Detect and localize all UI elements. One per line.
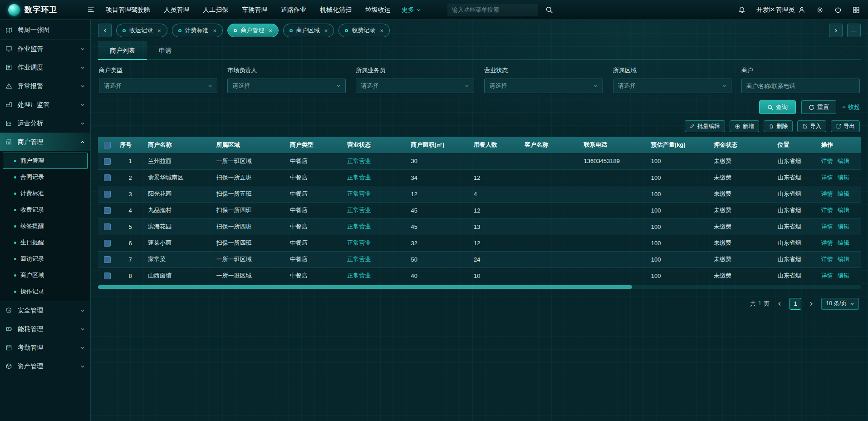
row-checkbox[interactable] — [104, 174, 111, 181]
close-icon[interactable]: × — [157, 27, 161, 34]
sidebar-subitem[interactable]: 续签提醒 — [3, 218, 88, 234]
filter-select[interactable]: 请选择 — [613, 79, 731, 93]
topnav-item[interactable]: 人工扫保 — [203, 6, 228, 14]
sidebar-subitem[interactable]: 合同记录 — [3, 169, 88, 185]
horizontal-scrollbar[interactable] — [98, 285, 861, 289]
tabs-scroll-right-button[interactable] — [829, 24, 843, 37]
filter-select[interactable]: 请选择 — [484, 79, 603, 93]
topnav-item[interactable]: 车辆管理 — [242, 6, 267, 14]
collapse-filters-link[interactable]: 收起 — [842, 103, 860, 111]
sidebar-subitem[interactable]: 回访记录 — [3, 251, 88, 267]
sidebar-item[interactable]: 作业监管 — [0, 40, 90, 58]
open-tab[interactable]: 商户管理× — [227, 24, 279, 37]
power-icon[interactable] — [834, 6, 842, 14]
detail-link[interactable]: 详情 — [821, 223, 833, 230]
action-import-button[interactable]: 导入 — [797, 120, 826, 132]
sidebar-subitem[interactable]: 商户区域 — [3, 267, 88, 283]
open-tab[interactable]: 计费标准× — [172, 24, 223, 37]
edit-link[interactable]: 编辑 — [838, 239, 849, 246]
filter-select[interactable]: 请选择 — [227, 79, 346, 93]
sidebar-subitem[interactable]: 计费标准 — [3, 185, 88, 202]
detail-link[interactable]: 详情 — [821, 174, 833, 181]
detail-link[interactable]: 详情 — [821, 239, 833, 246]
cell-customer — [521, 202, 580, 218]
topnav-item[interactable]: 机械化清扫 — [320, 6, 352, 14]
edit-link[interactable]: 编辑 — [838, 158, 849, 164]
scrollbar-thumb[interactable] — [98, 285, 632, 289]
open-tab[interactable]: 商户区域× — [283, 24, 334, 37]
detail-link[interactable]: 详情 — [821, 272, 833, 279]
user-icon — [798, 6, 805, 14]
column-header: 预估产量(kg) — [647, 137, 710, 153]
sidebar-item[interactable]: 处理厂监管 — [0, 95, 90, 114]
close-icon[interactable]: × — [213, 27, 217, 34]
sidebar-subitem[interactable]: 收费记录 — [3, 202, 88, 218]
nav-more-menu[interactable]: 更多 — [402, 6, 421, 14]
edit-link[interactable]: 编辑 — [838, 190, 849, 197]
apps-grid-icon[interactable] — [853, 6, 860, 14]
tab-apply[interactable]: 申请 — [147, 41, 183, 59]
open-tab[interactable]: 收费记录× — [338, 24, 390, 37]
tab-merchant-list[interactable]: 商户列表 — [98, 41, 147, 59]
hamburger-menu-icon[interactable] — [87, 6, 95, 14]
detail-link[interactable]: 详情 — [821, 158, 833, 164]
tabs-more-button[interactable]: ··· — [847, 24, 861, 37]
action-plus-button[interactable]: 新增 — [730, 120, 759, 132]
topnav-item[interactable]: 项目管理驾驶舱 — [106, 6, 150, 14]
sidebar-subitem[interactable]: 生日提醒 — [3, 234, 88, 251]
topnav-item[interactable]: 垃圾收运 — [365, 6, 391, 14]
edit-link[interactable]: 编辑 — [838, 207, 849, 213]
cell-name: 蓬莱小面 — [144, 235, 212, 251]
row-checkbox[interactable] — [104, 240, 111, 247]
sidebar-item[interactable]: 餐厨一张图 — [0, 21, 90, 40]
action-trash-button[interactable]: 删除 — [764, 120, 793, 132]
page-size-select[interactable]: 10 条/页 — [821, 298, 859, 310]
edit-link[interactable]: 编辑 — [838, 272, 849, 279]
row-checkbox[interactable] — [104, 158, 111, 165]
action-export-button[interactable]: 导出 — [831, 120, 860, 132]
filter-select[interactable]: 请选择 — [356, 79, 474, 93]
edit-link[interactable]: 编辑 — [838, 256, 849, 263]
close-icon[interactable]: × — [269, 27, 272, 34]
detail-link[interactable]: 详情 — [821, 256, 833, 263]
select-all-checkbox[interactable] — [104, 142, 111, 149]
row-checkbox[interactable] — [104, 272, 111, 279]
sidebar-subitem[interactable]: 商户管理 — [3, 153, 88, 169]
menu-search-input[interactable] — [447, 4, 538, 16]
sidebar-item[interactable]: 安全管理 — [0, 301, 90, 320]
open-tab[interactable]: 收运记录× — [116, 24, 167, 37]
detail-link[interactable]: 详情 — [821, 190, 833, 197]
topnav-item[interactable]: 人员管理 — [164, 6, 189, 14]
next-page-button[interactable] — [809, 301, 814, 307]
user-menu[interactable]: 开发区管理员 — [756, 6, 805, 14]
prev-page-button[interactable] — [777, 301, 782, 307]
sidebar-item[interactable]: 作业调度 — [0, 58, 90, 77]
bell-icon[interactable] — [738, 6, 745, 14]
reset-button[interactable]: 重置 — [801, 100, 836, 114]
search-icon[interactable] — [545, 6, 553, 14]
merchant-search-input[interactable] — [741, 79, 860, 93]
topnav-item[interactable]: 道路作业 — [281, 6, 306, 14]
sidebar-item[interactable]: 考勤管理 — [0, 338, 90, 357]
edit-link[interactable]: 编辑 — [838, 223, 849, 230]
search-button[interactable]: 查询 — [759, 100, 796, 114]
tabs-scroll-left-button[interactable] — [98, 24, 112, 37]
sidebar-item[interactable]: 能耗管理 — [0, 320, 90, 338]
sidebar-item[interactable]: 异常报警 — [0, 77, 90, 95]
row-checkbox[interactable] — [104, 191, 111, 198]
row-checkbox[interactable] — [104, 256, 111, 263]
sidebar-subitem[interactable]: 操作记录 — [3, 283, 88, 300]
row-checkbox[interactable] — [104, 223, 111, 230]
action-pencil-button[interactable]: 批量编辑 — [685, 120, 725, 132]
detail-link[interactable]: 详情 — [821, 207, 833, 213]
edit-link[interactable]: 编辑 — [838, 174, 849, 181]
gear-icon[interactable] — [816, 6, 824, 14]
sidebar-item[interactable]: 商户管理 — [0, 133, 90, 151]
close-icon[interactable]: × — [324, 27, 328, 34]
page-number-button[interactable]: 1 — [790, 298, 801, 310]
sidebar-item[interactable]: 资产管理 — [0, 357, 90, 376]
close-icon[interactable]: × — [380, 27, 383, 34]
sidebar-item[interactable]: 运营分析 — [0, 114, 90, 133]
row-checkbox[interactable] — [104, 207, 111, 214]
filter-select[interactable]: 请选择 — [99, 79, 217, 93]
